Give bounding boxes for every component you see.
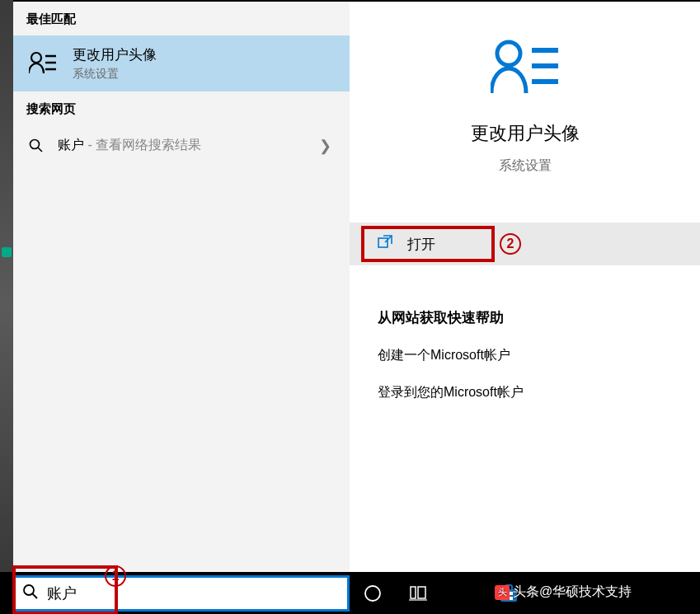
start-search-panel: 最佳匹配 更改用户头像 系统设置 搜索网页 账 — [13, 0, 700, 572]
web-suffix: - 查看网络搜索结果 — [84, 138, 201, 152]
open-label: 打开 — [407, 235, 435, 254]
best-match-title: 更改用户头像 — [73, 45, 336, 65]
detail-title: 更改用户头像 — [350, 121, 700, 146]
help-link-create[interactable]: 创建一个Microsoft帐户 — [378, 347, 680, 364]
account-settings-icon — [26, 47, 59, 80]
open-icon — [378, 235, 392, 253]
svg-point-0 — [31, 53, 41, 63]
task-view-button[interactable] — [395, 572, 440, 614]
watermark-text: 头头条@华硕技术支持 — [495, 584, 632, 601]
detail-column: 更改用户头像 系统设置 打开 2 从网站获取快速帮助 创建一个Microsoft… — [350, 2, 700, 572]
search-input-value: 账户 — [47, 584, 77, 603]
edge-button[interactable] — [440, 572, 486, 614]
svg-rect-15 — [411, 587, 416, 598]
svg-line-11 — [385, 236, 392, 242]
svg-point-6 — [497, 42, 520, 65]
svg-point-12 — [24, 585, 34, 595]
svg-rect-10 — [378, 238, 388, 247]
chevron-right-icon: ❯ — [319, 137, 336, 155]
svg-rect-16 — [418, 587, 425, 598]
web-search-result[interactable]: 账户 - 查看网络搜索结果 ❯ — [13, 125, 350, 166]
svg-point-18 — [454, 584, 472, 602]
taskbar: 账户 1 头头条@华硕技术支持 — [0, 572, 700, 614]
open-action[interactable]: 打开 2 — [350, 223, 700, 265]
web-section-header: 搜索网页 — [13, 91, 350, 125]
taskbar-search-input[interactable]: 账户 1 — [13, 575, 350, 612]
desktop-left-edge — [0, 0, 13, 614]
svg-point-14 — [365, 586, 380, 601]
search-icon — [26, 138, 46, 153]
web-term: 账户 — [58, 138, 84, 152]
search-icon — [22, 584, 39, 603]
best-match-result[interactable]: 更改用户头像 系统设置 — [13, 35, 350, 91]
help-header: 从网站获取快速帮助 — [378, 308, 680, 327]
svg-line-13 — [33, 593, 38, 598]
svg-point-4 — [31, 139, 40, 148]
cortana-button[interactable] — [350, 572, 395, 614]
svg-line-5 — [38, 148, 42, 152]
best-match-subtitle: 系统设置 — [73, 67, 336, 82]
help-link-signin[interactable]: 登录到您的Microsoft帐户 — [378, 384, 680, 401]
callout-open-number: 2 — [500, 233, 521, 255]
detail-account-icon — [350, 39, 700, 96]
detail-subtitle: 系统设置 — [350, 157, 700, 175]
best-match-header: 最佳匹配 — [13, 2, 350, 35]
results-column: 最佳匹配 更改用户头像 系统设置 搜索网页 账 — [13, 2, 350, 572]
